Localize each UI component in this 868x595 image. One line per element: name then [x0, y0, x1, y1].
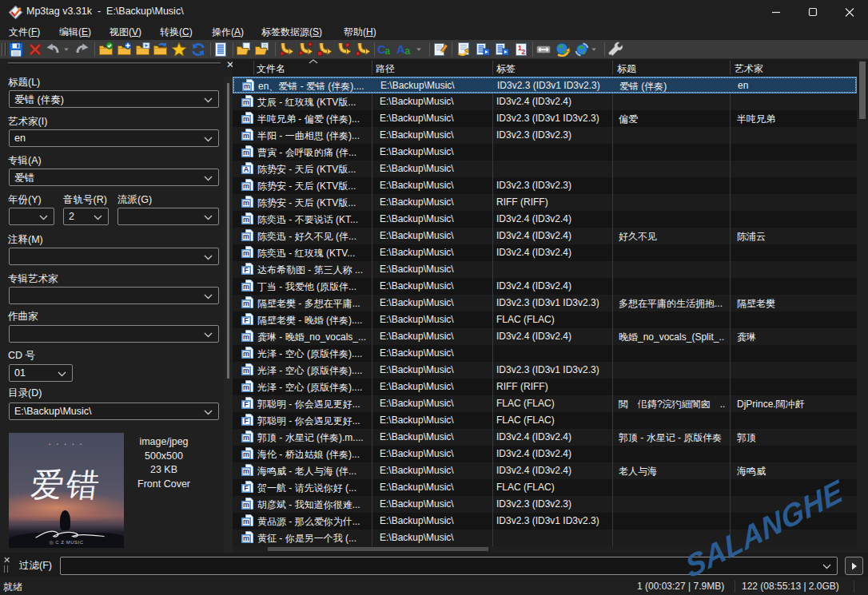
svg-text:m: m [243, 199, 249, 207]
svg-text:m: m [243, 383, 249, 391]
svg-text:F: F [244, 417, 249, 425]
svg-text:a: a [385, 46, 391, 57]
svg-text:F: F [244, 316, 249, 324]
svg-text:a: a [405, 46, 411, 57]
svg-text:F: F [244, 266, 249, 274]
svg-text:F: F [244, 484, 249, 492]
svg-text:m: m [243, 149, 249, 157]
svg-text:m: m [243, 216, 249, 224]
svg-text:m: m [243, 350, 249, 358]
svg-text:A: A [396, 42, 405, 56]
svg-text:m: m [243, 132, 249, 140]
svg-text:m: m [243, 467, 249, 475]
svg-text:m: m [243, 518, 249, 526]
svg-text:F: F [244, 400, 249, 408]
svg-text:m: m [243, 283, 249, 291]
svg-text:m: m [243, 534, 249, 542]
svg-text:m: m [243, 367, 249, 375]
svg-text:m: m [243, 98, 249, 106]
svg-text:m: m [243, 333, 249, 341]
svg-text:m: m [243, 501, 249, 509]
svg-text:m: m [243, 434, 249, 442]
svg-text:A: A [244, 165, 249, 173]
svg-text:m: m [243, 450, 249, 458]
svg-text:m: m [243, 232, 249, 240]
svg-text:m: m [243, 115, 249, 123]
svg-text:m: m [244, 82, 250, 90]
svg-text:m: m [243, 299, 249, 307]
svg-text:2: 2 [522, 48, 526, 56]
svg-text:m: m [243, 182, 249, 190]
svg-text:m: m [243, 249, 249, 257]
